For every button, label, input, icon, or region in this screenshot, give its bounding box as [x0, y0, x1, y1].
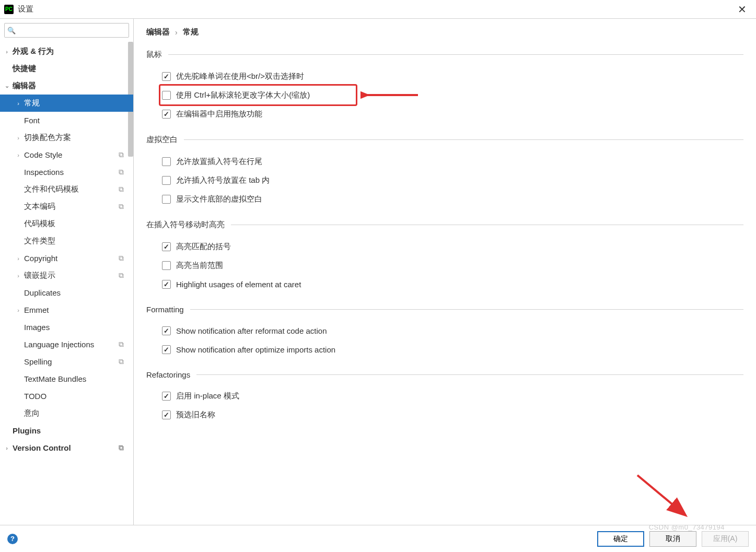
chevron-icon: › — [15, 273, 22, 279]
checkbox-row[interactable]: Highlight usages of element at caret — [146, 275, 743, 293]
tree-item[interactable]: ›Emmet — [0, 301, 133, 319]
tree-item[interactable]: ›镶嵌提示⧉ — [0, 267, 133, 284]
tree-item-label: Code Style — [22, 150, 62, 159]
section-title: Refactorings — [146, 370, 190, 379]
checkbox[interactable] — [162, 242, 171, 251]
chevron-right-icon: › — [175, 28, 178, 37]
checkbox-row[interactable]: 使用 Ctrl+鼠标滚轮更改字体大小(缩放) — [146, 86, 743, 104]
tree-item[interactable]: 文件和代码模板⧉ — [0, 181, 133, 198]
checkbox-row[interactable]: 高亮当前范围 — [146, 256, 743, 275]
checkbox-row[interactable]: 预选旧名称 — [146, 405, 743, 424]
tree-item[interactable]: Images — [0, 319, 133, 336]
checkbox-row[interactable]: Show notification after reformat code ac… — [146, 321, 743, 340]
checkbox-row[interactable]: 显示文件底部的虚拟空白 — [146, 190, 743, 208]
chevron-icon: › — [15, 307, 22, 313]
tree-item-label: Inspections — [22, 168, 64, 177]
tree-item[interactable]: ›外观 & 行为 — [0, 43, 133, 60]
tree-item[interactable]: 快捷键 — [0, 60, 133, 77]
section-mouse: 鼠标优先驼峰单词在使用<br/>双击选择时使用 Ctrl+鼠标滚轮更改字体大小(… — [146, 50, 743, 123]
checkbox[interactable] — [162, 392, 171, 401]
tree-item-label: Font — [22, 116, 40, 125]
tree-item-label: 文件类型 — [22, 236, 55, 246]
tree-item[interactable]: ›Code Style⧉ — [0, 146, 133, 163]
tree-item-label: Version Control — [10, 443, 71, 452]
tree-item-label: Duplicates — [22, 288, 61, 297]
checkbox[interactable] — [162, 110, 171, 119]
tree-item-label: TODO — [22, 392, 46, 401]
section-title: 鼠标 — [146, 50, 162, 60]
close-icon[interactable]: ✕ — [732, 1, 752, 18]
watermark: CSDN @m0_73479194 — [649, 523, 725, 531]
chevron-icon: › — [3, 445, 10, 451]
tree-item-label: 编辑器 — [10, 81, 36, 91]
checkbox-label: Highlight usages of element at caret — [176, 280, 301, 289]
tree-item[interactable]: TODO — [0, 387, 133, 405]
chevron-icon: › — [15, 152, 22, 158]
checkbox-label: 使用 Ctrl+鼠标滚轮更改字体大小(缩放) — [176, 90, 310, 100]
checkbox-row[interactable]: 高亮匹配的括号 — [146, 237, 743, 256]
footer: ? 确定 取消 应用(A) — [0, 525, 756, 552]
help-icon[interactable]: ? — [7, 534, 18, 544]
tree-item[interactable]: Duplicates — [0, 284, 133, 301]
tree-item[interactable]: 意向 — [0, 405, 133, 422]
tree-item[interactable]: Inspections⧉ — [0, 163, 133, 181]
checkbox[interactable] — [162, 176, 171, 185]
settings-tree[interactable]: ›外观 & 行为快捷键⌄编辑器›常规Font›切换配色方案›Code Style… — [0, 42, 133, 525]
tree-item[interactable]: Plugins — [0, 422, 133, 439]
tree-item[interactable]: Spelling⧉ — [0, 353, 133, 370]
scope-icon: ⧉ — [119, 202, 124, 211]
tree-item[interactable]: 文本编码⧉ — [0, 198, 133, 215]
checkbox[interactable] — [162, 261, 171, 270]
scope-icon: ⧉ — [119, 443, 124, 452]
checkbox-label: Show notification after reformat code ac… — [176, 326, 327, 335]
checkbox[interactable] — [162, 345, 171, 354]
checkbox-row[interactable]: 优先驼峰单词在使用<br/>双击选择时 — [146, 67, 743, 86]
tree-item[interactable]: 代码模板 — [0, 215, 133, 232]
tree-item[interactable]: ⌄编辑器 — [0, 77, 133, 95]
tree-item-label: Copyright — [22, 254, 57, 263]
checkbox-row[interactable]: Show notification after optimize imports… — [146, 340, 743, 359]
divider — [184, 139, 743, 140]
section-vspace: 虚拟空白允许放置插入符号在行尾允许插入符号放置在 tab 内显示文件底部的虚拟空… — [146, 135, 743, 208]
tree-item-label: 文本编码 — [22, 202, 55, 212]
section-title: 在插入符号移动时高亮 — [146, 220, 225, 230]
chevron-icon: › — [3, 49, 10, 55]
checkbox-label: 显示文件底部的虚拟空白 — [176, 194, 262, 204]
search-input[interactable] — [4, 23, 129, 38]
checkbox[interactable] — [162, 157, 171, 166]
section-refactorings: Refactorings启用 in-place 模式预选旧名称 — [146, 370, 743, 424]
tree-item-label: 代码模板 — [22, 219, 55, 229]
checkbox-row[interactable]: 在编辑器中启用拖放功能 — [146, 104, 743, 123]
cancel-button[interactable]: 取消 — [649, 531, 696, 547]
tree-item[interactable]: ›Copyright⧉ — [0, 250, 133, 267]
checkbox-row[interactable]: 允许插入符号放置在 tab 内 — [146, 171, 743, 190]
tree-item[interactable]: Font — [0, 112, 133, 129]
checkbox-label: 在编辑器中启用拖放功能 — [176, 109, 262, 119]
app-icon: PC — [4, 5, 14, 14]
breadcrumb-root[interactable]: 编辑器 — [146, 27, 170, 37]
tree-item[interactable]: ›切换配色方案 — [0, 129, 133, 146]
checkbox[interactable] — [162, 280, 171, 289]
section-formatting: FormattingShow notification after reform… — [146, 305, 743, 359]
checkbox-label: 允许插入符号放置在 tab 内 — [176, 175, 270, 185]
checkbox-row[interactable]: 启用 in-place 模式 — [146, 386, 743, 405]
divider — [190, 309, 743, 310]
tree-item[interactable]: ›Version Control⧉ — [0, 439, 133, 456]
scope-icon: ⧉ — [119, 271, 124, 280]
checkbox-row[interactable]: 允许放置插入符号在行尾 — [146, 152, 743, 171]
scope-icon: ⧉ — [119, 357, 124, 366]
checkbox[interactable] — [162, 72, 171, 81]
tree-item[interactable]: Language Injections⧉ — [0, 336, 133, 353]
checkbox-label: 允许放置插入符号在行尾 — [176, 157, 262, 167]
checkbox[interactable] — [162, 410, 171, 419]
divider — [196, 374, 743, 375]
tree-item[interactable]: TextMate Bundles — [0, 370, 133, 387]
tree-item-label: 快捷键 — [10, 64, 36, 74]
ok-button[interactable]: 确定 — [597, 531, 644, 547]
checkbox[interactable] — [162, 195, 171, 204]
checkbox[interactable] — [162, 91, 171, 100]
tree-item-label: Emmet — [22, 306, 49, 314]
tree-item[interactable]: ›常规 — [0, 95, 133, 112]
tree-item[interactable]: 文件类型 — [0, 232, 133, 250]
checkbox[interactable] — [162, 326, 171, 335]
